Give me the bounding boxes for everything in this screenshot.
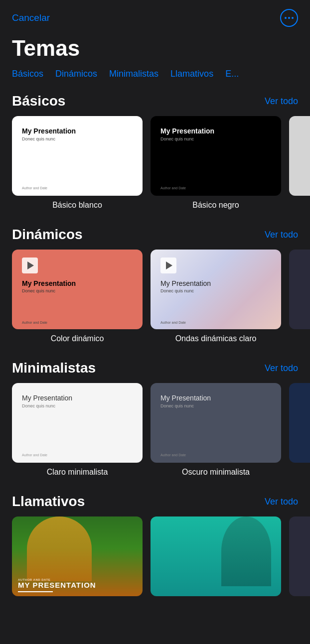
templates-row-dinamicos: My Presentation Donec quis nunc Author a… bbox=[0, 250, 310, 343]
see-all-basicos-button[interactable]: Ver todo bbox=[265, 96, 298, 107]
template-label-claro-minimalista: Claro minimalista bbox=[47, 468, 108, 477]
thumbnail-color-dinamico: My Presentation Donec quis nunc Author a… bbox=[12, 250, 143, 329]
thumb-title: My Presentation bbox=[22, 279, 133, 287]
thumb-subtitle: Donec quis nunc bbox=[22, 288, 133, 293]
tab-llamativos[interactable]: Llamativos bbox=[170, 69, 213, 79]
template-basico-partial[interactable] bbox=[289, 116, 310, 210]
see-all-minimalistas-button[interactable]: Ver todo bbox=[265, 363, 298, 374]
thumb-author: Author and Date bbox=[160, 321, 186, 324]
template-label-ondas-dinamicas: Ondas dinámicas claro bbox=[175, 334, 257, 343]
play-icon bbox=[160, 258, 176, 273]
page-title: Temas bbox=[0, 32, 310, 69]
section-llamativos: Llamativos Ver todo AUTHOR AND DATE MY P… bbox=[0, 489, 310, 608]
thumbnail-oscuro-minimalista: My Presentation Donec quis nunc Author a… bbox=[151, 383, 281, 463]
thumb-title: My Presentation bbox=[22, 394, 133, 402]
template-dinamicos-partial[interactable] bbox=[289, 250, 310, 343]
template-llamativo-2[interactable] bbox=[151, 516, 281, 596]
tab-minimalistas[interactable]: Minimalistas bbox=[109, 69, 158, 79]
see-all-llamativos-button[interactable]: Ver todo bbox=[265, 497, 298, 507]
thumbnail-basico-blanco: My Presentation Donec quis nunc Author a… bbox=[12, 116, 143, 196]
template-claro-minimalista[interactable]: My Presentation Donec quis nunc Author a… bbox=[12, 383, 143, 477]
section-title-dinamicos: Dinámicos bbox=[12, 227, 83, 243]
llamativo-title-text: MY PRESENTATION bbox=[18, 581, 137, 590]
thumb-author: Author and Date bbox=[160, 453, 186, 457]
section-basicos: Básicos Ver todo My Presentation Donec q… bbox=[0, 88, 310, 222]
template-label-basico-negro: Básico negro bbox=[192, 201, 239, 210]
thumbnail-llamativo-2 bbox=[151, 516, 281, 596]
thumb-title: My Presentation bbox=[160, 279, 271, 287]
template-label-oscuro-minimalista: Oscuro minimalista bbox=[182, 468, 250, 477]
thumbnail-ondas-dinamicas: My Presentation Donec quis nunc Author a… bbox=[151, 250, 281, 329]
thumb-subtitle: Donec quis nunc bbox=[160, 288, 271, 293]
template-minimalistas-partial[interactable] bbox=[289, 383, 310, 477]
section-minimalistas: Minimalistas Ver todo My Presentation Do… bbox=[0, 355, 310, 489]
play-icon bbox=[22, 258, 38, 273]
ellipsis-icon bbox=[285, 17, 294, 19]
template-oscuro-minimalista[interactable]: My Presentation Donec quis nunc Author a… bbox=[151, 383, 281, 477]
thumbnail-partial-dark bbox=[289, 250, 310, 329]
section-title-basicos: Básicos bbox=[12, 93, 65, 109]
thumbnail-basico-negro: My Presentation Donec quis nunc Author a… bbox=[151, 116, 281, 196]
thumb-author: Author and Date bbox=[160, 186, 186, 190]
more-options-button[interactable] bbox=[280, 9, 298, 27]
thumb-subtitle: Donec quis nunc bbox=[160, 136, 271, 141]
template-llamativos-partial[interactable] bbox=[289, 516, 310, 596]
play-triangle bbox=[27, 261, 34, 269]
thumb-author: Author and Date bbox=[22, 186, 47, 190]
cancel-button[interactable]: Cancelar bbox=[12, 12, 50, 23]
template-basico-blanco[interactable]: My Presentation Donec quis nunc Author a… bbox=[12, 116, 143, 210]
section-dinamicos: Dinámicos Ver todo My Presentation Donec… bbox=[0, 222, 310, 355]
thumbnail-llamativos-partial bbox=[289, 516, 310, 596]
thumb-subtitle: Donec quis nunc bbox=[22, 403, 133, 408]
llamativo-bar bbox=[18, 591, 53, 592]
template-color-dinamico[interactable]: My Presentation Donec quis nunc Author a… bbox=[12, 250, 143, 343]
thumbnail-partial-navy bbox=[289, 383, 310, 463]
template-label-basico-blanco: Básico blanco bbox=[52, 201, 102, 210]
thumb-title: My Presentation bbox=[22, 127, 133, 135]
thumb-title: My Presentation bbox=[160, 394, 271, 402]
template-llamativo-1[interactable]: AUTHOR AND DATE MY PRESENTATION bbox=[12, 516, 143, 596]
section-header-llamativos: Llamativos Ver todo bbox=[0, 489, 310, 516]
see-all-dinamicos-button[interactable]: Ver todo bbox=[265, 230, 298, 240]
section-header-dinamicos: Dinámicos Ver todo bbox=[0, 222, 310, 250]
thumb-author: Author and Date bbox=[22, 321, 47, 324]
template-basico-negro[interactable]: My Presentation Donec quis nunc Author a… bbox=[151, 116, 281, 210]
thumbnail-partial bbox=[289, 116, 310, 196]
tab-bar: Básicos Dinámicos Minimalistas Llamativo… bbox=[0, 69, 310, 88]
section-header-minimalistas: Minimalistas Ver todo bbox=[0, 355, 310, 383]
play-triangle bbox=[166, 261, 172, 269]
templates-row-minimalistas: My Presentation Donec quis nunc Author a… bbox=[0, 383, 310, 477]
tab-dinamicos[interactable]: Dinámicos bbox=[55, 69, 97, 79]
thumb-subtitle: Donec quis nunc bbox=[22, 136, 133, 141]
section-title-llamativos: Llamativos bbox=[12, 494, 85, 510]
section-header-basicos: Básicos Ver todo bbox=[0, 88, 310, 116]
thumb-subtitle: Donec quis nunc bbox=[160, 403, 271, 408]
tab-otros[interactable]: E... bbox=[225, 69, 239, 79]
thumbnail-claro-minimalista: My Presentation Donec quis nunc Author a… bbox=[12, 383, 143, 463]
templates-row-basicos: My Presentation Donec quis nunc Author a… bbox=[0, 116, 310, 210]
template-label-color-dinamico: Color dinámico bbox=[51, 334, 104, 343]
header: Cancelar bbox=[0, 0, 310, 32]
thumb-title: My Presentation bbox=[160, 127, 271, 135]
template-ondas-dinamicas[interactable]: My Presentation Donec quis nunc Author a… bbox=[151, 250, 281, 343]
section-title-minimalistas: Minimalistas bbox=[12, 360, 96, 376]
tab-basicos[interactable]: Básicos bbox=[12, 69, 43, 79]
templates-row-llamativos: AUTHOR AND DATE MY PRESENTATION bbox=[0, 516, 310, 596]
thumbnail-llamativo-1: AUTHOR AND DATE MY PRESENTATION bbox=[12, 516, 143, 596]
thumb-author: Author and Date bbox=[22, 453, 47, 457]
